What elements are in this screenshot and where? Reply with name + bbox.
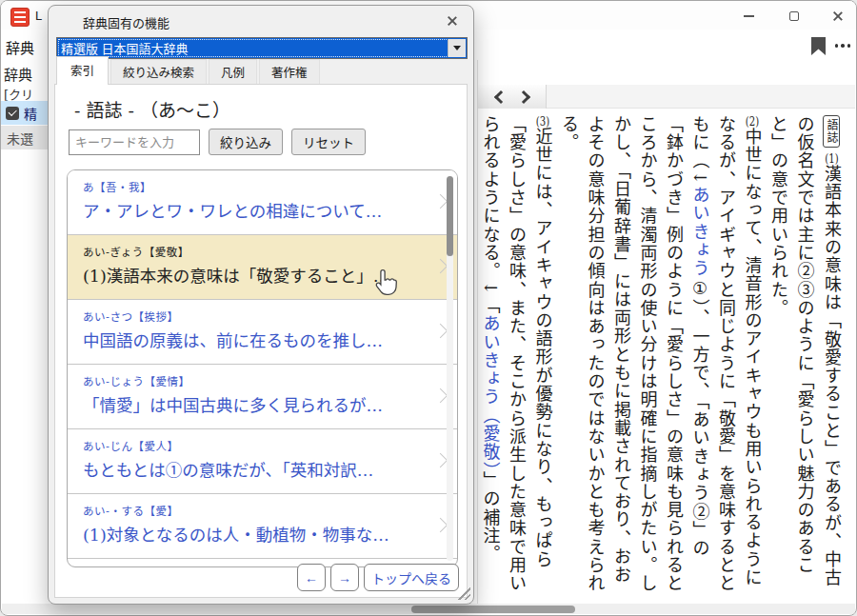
- vertical-text-column: (2)中世になって、清音形のアイキャウも用いられるように: [739, 115, 766, 603]
- article-text: (3): [536, 115, 550, 128]
- entry-item[interactable]: あ【吾・我】ア・アレとワ・ワレとの相違について…: [68, 170, 457, 235]
- menu-bars-icon: [14, 11, 26, 23]
- entry-item[interactable]: あい‐ぎょう【愛敬】(1)漢語本来の意味は「敬愛すること」…: [68, 235, 457, 300]
- entry-item[interactable]: あい‐じん【愛人】もともとは①の意味だが、「英和対訳…: [68, 429, 457, 494]
- entry-preview: 「情愛」は中国古典に多く見られるが…: [83, 395, 423, 416]
- entry-item[interactable]: あい‐さつ【挨拶】中国語の原義は、前に在るものを推し…: [68, 300, 457, 365]
- article-text: と」の意で用いられた。: [768, 115, 788, 317]
- article-text: 漢語本来の意味は「敬愛すること」であるが、中古: [822, 165, 842, 587]
- vertical-text-column: る。: [556, 115, 583, 603]
- entry-headword: あい‐ぎょう【愛敬】: [83, 246, 423, 259]
- article-text: 」の補注。: [481, 471, 501, 564]
- dictionary-select[interactable]: 精選版 日本国語大辞典: [56, 37, 468, 59]
- minimize-icon: [744, 15, 754, 17]
- article-text: 近世には、アイキャウの語形が優勢になり、もっぱら: [533, 128, 553, 568]
- entry-preview: 中国語の原義は、前に在るものを推し…: [83, 330, 423, 351]
- more-options-icon[interactable]: [835, 44, 851, 48]
- vertical-text-column: よその意味分担の傾向はあったのではないかとも考えられ: [582, 115, 608, 603]
- maximize-icon: [789, 11, 799, 21]
- article-text: 「愛らしさ」の意味、また、そこから派生した意味で用い: [507, 115, 527, 593]
- article-text: 「鉢かづき」例のように「愛らしさ」の意味も見られると: [664, 115, 684, 593]
- tab-1[interactable]: 絞り込み検索: [110, 59, 207, 85]
- chevron-right-icon: [433, 323, 448, 338]
- prev-page-button[interactable]: ←: [297, 564, 326, 591]
- app-icon: [10, 8, 30, 27]
- article-text: (1): [825, 152, 839, 165]
- article-text: 中世になって、清音形のアイキャウも用いられるように: [743, 128, 763, 587]
- entry-headword: あ【吾・我】: [83, 181, 423, 194]
- toolbar: [477, 30, 856, 60]
- dictionary-functions-dialog: 辞典固有の機能 精選版 日本国語大辞典 索引絞り込み検索凡例著作権 - 語誌 -…: [48, 5, 474, 605]
- goshi-label: 語誌: [823, 115, 840, 148]
- dialog-close-button[interactable]: [445, 13, 460, 29]
- entry-item[interactable]: あい‐じょう【愛情】「情愛」は中国古典に多く見られるが…: [68, 365, 457, 429]
- chevron-right-icon: [433, 193, 448, 209]
- entry-headword: あい‐さつ【挨拶】: [83, 310, 423, 324]
- close-window-button[interactable]: [824, 6, 852, 26]
- section-heading: - 語誌 - （あ～こ）: [74, 96, 230, 122]
- article-text: なるが、アイギャウと同じように「敬愛」を意味するとと: [716, 115, 736, 593]
- vertical-text-column: と」の意で用いられた。: [766, 115, 792, 603]
- window-title: L: [35, 9, 42, 23]
- tab-2[interactable]: 凡例: [209, 59, 257, 85]
- dialog-tabs: 索引絞り込み検索凡例著作権: [56, 64, 322, 85]
- forward-button[interactable]: [519, 89, 528, 106]
- article-text: もに（↓: [690, 115, 710, 186]
- horizontal-scrollbar-thumb[interactable]: [411, 606, 575, 613]
- list-scrollbar-thumb[interactable]: [447, 176, 453, 256]
- sidebar-section-label: 辞典: [4, 64, 32, 84]
- dropdown-arrow-button[interactable]: [448, 39, 466, 57]
- vertical-text-column: (3)近世には、アイキャウの語形が優勢になり、もっぱら: [529, 115, 556, 603]
- vertical-text-column: 語誌(1)漢語本来の意味は「敬愛すること」であるが、中古: [818, 115, 846, 603]
- article-link[interactable]: あいきょう: [690, 186, 710, 278]
- tab-3[interactable]: 著作権: [259, 59, 320, 85]
- index-tab-panel: - 語誌 - （あ～こ） 絞り込み リセット あ【吾・我】ア・アレとワ・ワレとの…: [54, 84, 468, 598]
- chevron-right-icon: [433, 517, 448, 532]
- chevron-left-icon: [493, 89, 507, 103]
- dialog-title: 辞典固有の機能: [83, 13, 169, 31]
- close-icon: [832, 10, 844, 22]
- keyword-input[interactable]: [69, 129, 200, 155]
- sidebar-item-label: 未選: [7, 129, 33, 148]
- checkbox-checked-icon[interactable]: [6, 107, 19, 120]
- bookmark-icon[interactable]: [811, 37, 826, 55]
- back-button[interactable]: [496, 89, 506, 106]
- vertical-text-column: かし、「日葡辞書」には両形ともに掲載されており、おお: [608, 115, 635, 603]
- article-columns: 語誌(1)漢語本来の意味は「敬愛すること」であるが、中古の仮名文では主に②③のよ…: [477, 115, 845, 603]
- entry-preview: (1)漢語本来の意味は「敬愛すること」…: [83, 266, 423, 287]
- vertical-text-column: の仮名文では主に②③のように「愛らしい魅力のあるこ: [791, 115, 818, 603]
- article-nav-strip: [478, 85, 855, 109]
- vertical-text-column: なるが、アイギャウと同じように「敬愛」を意味するとと: [713, 115, 740, 603]
- sidebar-item-unselected[interactable]: 未選: [1, 126, 48, 149]
- entry-item[interactable]: あい‐・する【愛】(1)対象となるのは人・動植物・物事な…: [68, 494, 457, 559]
- pager: ← → トップへ戻る: [297, 564, 459, 591]
- maximize-button[interactable]: [780, 6, 808, 26]
- article-text: の仮名文では主に②③のように「愛らしい魅力のあるこ: [795, 115, 815, 575]
- vertical-text-column: られるようになる。↓「あいきょう（愛敬）」の補注。: [477, 115, 504, 603]
- article-text: ころから、清濁両形の使い分けは明確に指摘しがたい。し: [638, 115, 658, 593]
- reset-button[interactable]: リセット: [291, 129, 366, 155]
- history-nav-group: [478, 85, 547, 109]
- screen: L 辞典 辞典 [クリ 精 未選 語誌(1)漢語本来の意味は「敬愛すること」: [0, 0, 857, 616]
- entry-headword: あい‐じょう【愛情】: [83, 375, 423, 388]
- tab-0[interactable]: 索引: [56, 56, 109, 85]
- vertical-text-column: 「鉢かづき」例のように「愛らしさ」の意味も見られると: [661, 115, 688, 603]
- back-to-top-button[interactable]: トップへ戻る: [364, 564, 459, 591]
- entry-preview: もともとは①の意味だが、「英和対訳…: [83, 460, 423, 481]
- vertical-text-column: もに（↓あいきょう①）、一方で、「あいきょう②」の: [687, 115, 713, 603]
- article-text: る。: [559, 115, 579, 152]
- chevron-down-icon: [453, 46, 461, 50]
- chevron-right-icon: [433, 452, 448, 467]
- chevron-right-icon: [516, 89, 529, 103]
- close-icon: [447, 15, 458, 27]
- entry-preview: (1)対象となるのは人・動植物・物事な…: [83, 525, 423, 546]
- minimize-button[interactable]: [734, 6, 763, 26]
- next-page-button[interactable]: →: [330, 564, 359, 591]
- chevron-right-icon: [433, 387, 448, 403]
- horizontal-scrollbar[interactable]: [2, 604, 855, 614]
- sidebar-item-selected[interactable]: 精: [1, 101, 48, 125]
- sidebar-item-label: 精: [24, 104, 37, 123]
- article-text: かし、「日葡辞書」には両形ともに掲載されており、おお: [611, 115, 631, 585]
- article-link[interactable]: あいきょう（愛敬）: [481, 314, 501, 471]
- filter-button[interactable]: 絞り込み: [209, 129, 283, 155]
